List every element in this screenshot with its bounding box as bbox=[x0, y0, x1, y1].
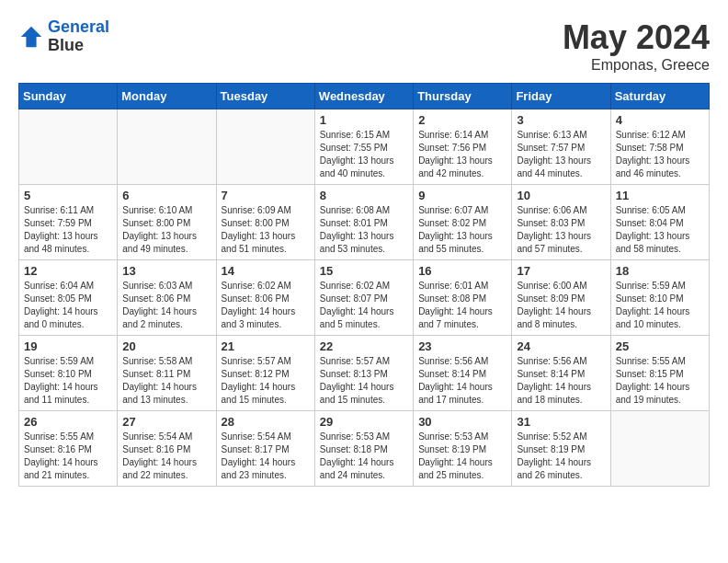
day-number: 14 bbox=[222, 264, 310, 278]
day-info: Sunrise: 6:11 AM Sunset: 7:59 PM Dayligh… bbox=[24, 204, 112, 256]
logo: General Blue bbox=[18, 18, 109, 55]
day-number: 16 bbox=[418, 264, 506, 278]
svg-marker-1 bbox=[21, 27, 41, 47]
day-info: Sunrise: 5:56 AM Sunset: 8:14 PM Dayligh… bbox=[517, 355, 605, 407]
day-number: 3 bbox=[517, 113, 605, 127]
day-number: 7 bbox=[222, 189, 310, 202]
weekday-header: Saturday bbox=[610, 84, 709, 109]
calendar-cell: 28Sunrise: 5:54 AM Sunset: 8:17 PM Dayli… bbox=[216, 411, 314, 487]
day-info: Sunrise: 5:59 AM Sunset: 8:10 PM Dayligh… bbox=[24, 355, 112, 407]
day-info: Sunrise: 6:07 AM Sunset: 8:02 PM Dayligh… bbox=[418, 204, 506, 256]
weekday-row: SundayMondayTuesdayWednesdayThursdayFrid… bbox=[19, 84, 710, 109]
weekday-header: Wednesday bbox=[314, 84, 413, 109]
calendar-cell: 14Sunrise: 6:02 AM Sunset: 8:06 PM Dayli… bbox=[216, 260, 314, 336]
calendar-cell: 30Sunrise: 5:53 AM Sunset: 8:19 PM Dayli… bbox=[414, 411, 512, 487]
day-number: 20 bbox=[122, 339, 210, 353]
day-info: Sunrise: 6:03 AM Sunset: 8:06 PM Dayligh… bbox=[122, 280, 210, 331]
calendar-body: 1Sunrise: 6:15 AM Sunset: 7:55 PM Daylig… bbox=[19, 109, 710, 487]
calendar-cell: 16Sunrise: 6:01 AM Sunset: 8:08 PM Dayli… bbox=[414, 260, 512, 336]
calendar-cell: 23Sunrise: 5:56 AM Sunset: 8:14 PM Dayli… bbox=[414, 336, 512, 411]
day-number: 25 bbox=[616, 339, 704, 353]
day-number: 2 bbox=[418, 113, 506, 127]
day-info: Sunrise: 5:53 AM Sunset: 8:18 PM Dayligh… bbox=[320, 431, 408, 482]
day-info: Sunrise: 6:10 AM Sunset: 8:00 PM Dayligh… bbox=[122, 204, 210, 256]
day-number: 6 bbox=[122, 189, 210, 202]
calendar: SundayMondayTuesdayWednesdayThursdayFrid… bbox=[18, 83, 710, 487]
calendar-cell: 11Sunrise: 6:05 AM Sunset: 8:04 PM Dayli… bbox=[610, 185, 709, 260]
day-number: 22 bbox=[320, 339, 408, 353]
day-info: Sunrise: 6:09 AM Sunset: 8:00 PM Dayligh… bbox=[222, 204, 310, 256]
calendar-cell: 7Sunrise: 6:09 AM Sunset: 8:00 PM Daylig… bbox=[216, 185, 314, 260]
day-number: 1 bbox=[320, 113, 408, 127]
calendar-week: 26Sunrise: 5:55 AM Sunset: 8:16 PM Dayli… bbox=[19, 411, 710, 487]
day-info: Sunrise: 6:08 AM Sunset: 8:01 PM Dayligh… bbox=[320, 204, 408, 256]
weekday-header: Friday bbox=[512, 84, 610, 109]
day-info: Sunrise: 5:53 AM Sunset: 8:19 PM Dayligh… bbox=[418, 431, 506, 482]
weekday-header: Thursday bbox=[414, 84, 512, 109]
day-info: Sunrise: 5:58 AM Sunset: 8:11 PM Dayligh… bbox=[122, 355, 210, 407]
day-number: 26 bbox=[24, 415, 112, 429]
day-number: 18 bbox=[616, 264, 704, 278]
day-info: Sunrise: 5:59 AM Sunset: 8:10 PM Dayligh… bbox=[616, 280, 704, 331]
day-info: Sunrise: 6:15 AM Sunset: 7:55 PM Dayligh… bbox=[320, 129, 408, 180]
calendar-cell: 9Sunrise: 6:07 AM Sunset: 8:02 PM Daylig… bbox=[414, 185, 512, 260]
weekday-header: Tuesday bbox=[216, 84, 314, 109]
day-number: 24 bbox=[517, 339, 605, 353]
day-info: Sunrise: 5:55 AM Sunset: 8:15 PM Dayligh… bbox=[616, 355, 704, 407]
day-number: 4 bbox=[616, 113, 704, 127]
day-info: Sunrise: 5:57 AM Sunset: 8:12 PM Dayligh… bbox=[222, 355, 310, 407]
calendar-cell: 26Sunrise: 5:55 AM Sunset: 8:16 PM Dayli… bbox=[19, 411, 118, 487]
day-number: 8 bbox=[320, 189, 408, 202]
weekday-header: Sunday bbox=[19, 84, 118, 109]
calendar-week: 12Sunrise: 6:04 AM Sunset: 8:05 PM Dayli… bbox=[19, 260, 710, 336]
calendar-cell: 21Sunrise: 5:57 AM Sunset: 8:12 PM Dayli… bbox=[216, 336, 314, 411]
day-number: 21 bbox=[222, 339, 310, 353]
calendar-cell: 10Sunrise: 6:06 AM Sunset: 8:03 PM Dayli… bbox=[512, 185, 610, 260]
month-year: May 2024 bbox=[563, 18, 710, 57]
day-info: Sunrise: 6:00 AM Sunset: 8:09 PM Dayligh… bbox=[517, 280, 605, 331]
logo-text: General Blue bbox=[48, 18, 109, 55]
calendar-cell: 27Sunrise: 5:54 AM Sunset: 8:16 PM Dayli… bbox=[118, 411, 216, 487]
calendar-cell: 29Sunrise: 5:53 AM Sunset: 8:18 PM Dayli… bbox=[314, 411, 413, 487]
calendar-cell: 19Sunrise: 5:59 AM Sunset: 8:10 PM Dayli… bbox=[19, 336, 118, 411]
day-number: 30 bbox=[418, 415, 506, 429]
day-number: 19 bbox=[24, 339, 112, 353]
day-number: 12 bbox=[24, 264, 112, 278]
calendar-cell: 3Sunrise: 6:13 AM Sunset: 7:57 PM Daylig… bbox=[512, 109, 610, 185]
calendar-cell: 25Sunrise: 5:55 AM Sunset: 8:15 PM Dayli… bbox=[610, 336, 709, 411]
calendar-cell: 22Sunrise: 5:57 AM Sunset: 8:13 PM Dayli… bbox=[314, 336, 413, 411]
title-block: May 2024 Emponas, Greece bbox=[563, 18, 710, 74]
calendar-cell: 15Sunrise: 6:02 AM Sunset: 8:07 PM Dayli… bbox=[314, 260, 413, 336]
day-number: 31 bbox=[517, 415, 605, 429]
page-header: General Blue May 2024 Emponas, Greece bbox=[18, 18, 710, 74]
day-number: 10 bbox=[517, 189, 605, 202]
calendar-cell: 6Sunrise: 6:10 AM Sunset: 8:00 PM Daylig… bbox=[118, 185, 216, 260]
day-number: 15 bbox=[320, 264, 408, 278]
day-info: Sunrise: 5:57 AM Sunset: 8:13 PM Dayligh… bbox=[320, 355, 408, 407]
calendar-cell bbox=[19, 109, 118, 185]
day-info: Sunrise: 6:06 AM Sunset: 8:03 PM Dayligh… bbox=[517, 204, 605, 256]
calendar-cell: 20Sunrise: 5:58 AM Sunset: 8:11 PM Dayli… bbox=[118, 336, 216, 411]
calendar-cell: 4Sunrise: 6:12 AM Sunset: 7:58 PM Daylig… bbox=[610, 109, 709, 185]
day-info: Sunrise: 5:52 AM Sunset: 8:19 PM Dayligh… bbox=[517, 431, 605, 482]
day-info: Sunrise: 6:05 AM Sunset: 8:04 PM Dayligh… bbox=[616, 204, 704, 256]
calendar-week: 5Sunrise: 6:11 AM Sunset: 7:59 PM Daylig… bbox=[19, 185, 710, 260]
day-number: 17 bbox=[517, 264, 605, 278]
calendar-cell bbox=[216, 109, 314, 185]
day-info: Sunrise: 5:54 AM Sunset: 8:17 PM Dayligh… bbox=[222, 431, 310, 482]
calendar-header: SundayMondayTuesdayWednesdayThursdayFrid… bbox=[19, 84, 710, 109]
day-info: Sunrise: 5:54 AM Sunset: 8:16 PM Dayligh… bbox=[122, 431, 210, 482]
calendar-cell: 5Sunrise: 6:11 AM Sunset: 7:59 PM Daylig… bbox=[19, 185, 118, 260]
logo-line1: General bbox=[48, 17, 109, 36]
calendar-cell: 8Sunrise: 6:08 AM Sunset: 8:01 PM Daylig… bbox=[314, 185, 413, 260]
day-info: Sunrise: 6:12 AM Sunset: 7:58 PM Dayligh… bbox=[616, 129, 704, 180]
day-number: 11 bbox=[616, 189, 704, 202]
day-info: Sunrise: 5:56 AM Sunset: 8:14 PM Dayligh… bbox=[418, 355, 506, 407]
calendar-cell: 18Sunrise: 5:59 AM Sunset: 8:10 PM Dayli… bbox=[610, 260, 709, 336]
day-info: Sunrise: 6:14 AM Sunset: 7:56 PM Dayligh… bbox=[418, 129, 506, 180]
calendar-cell: 1Sunrise: 6:15 AM Sunset: 7:55 PM Daylig… bbox=[314, 109, 413, 185]
day-info: Sunrise: 6:02 AM Sunset: 8:07 PM Dayligh… bbox=[320, 280, 408, 331]
calendar-cell: 13Sunrise: 6:03 AM Sunset: 8:06 PM Dayli… bbox=[118, 260, 216, 336]
day-number: 29 bbox=[320, 415, 408, 429]
day-number: 27 bbox=[122, 415, 210, 429]
